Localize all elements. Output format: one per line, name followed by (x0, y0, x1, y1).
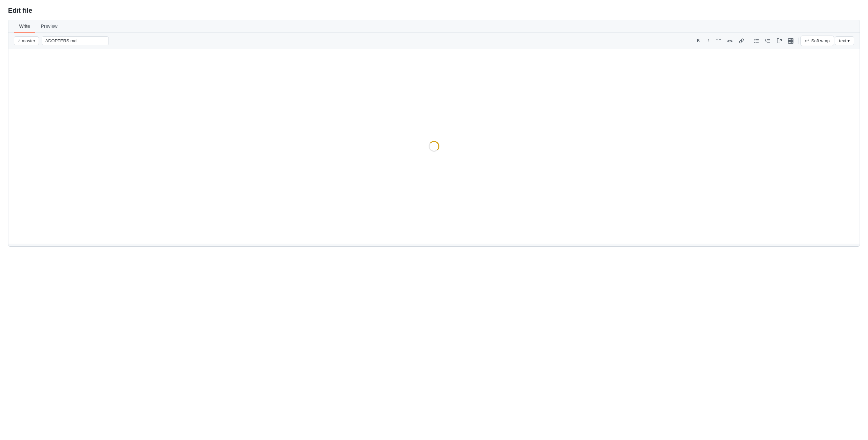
code-button[interactable]: <> (724, 36, 735, 46)
divider-2 (798, 38, 799, 44)
italic-button[interactable]: I (704, 36, 713, 46)
loading-spinner (429, 141, 439, 152)
soft-wrap-button[interactable]: ↩ Soft wrap (801, 36, 834, 46)
text-dropdown-label: text (839, 38, 846, 43)
tabs-bar: Write Preview (8, 20, 860, 33)
branch-name: master (22, 38, 35, 43)
divider-1 (749, 38, 749, 44)
editor-container: Write Preview ⑂ master B I “” <> (8, 20, 860, 247)
filename-input[interactable] (42, 36, 109, 45)
format-buttons: B I “” <> (693, 36, 854, 46)
page-title: Edit file (8, 7, 860, 14)
soft-wrap-label: Soft wrap (811, 38, 830, 43)
scrollbar-area (8, 244, 860, 246)
tab-preview[interactable]: Preview (35, 20, 63, 33)
tab-write[interactable]: Write (14, 20, 35, 33)
chevron-down-icon: ▾ (847, 38, 850, 43)
branch-icon: ⑂ (18, 39, 20, 43)
unordered-list-button[interactable] (751, 36, 762, 46)
ordered-list-button[interactable] (763, 36, 773, 46)
task-list-button[interactable] (774, 36, 785, 46)
text-dropdown[interactable]: text ▾ (835, 36, 854, 45)
editor-body[interactable] (8, 49, 860, 244)
toolbar: ⑂ master B I “” <> (8, 33, 860, 49)
quote-button[interactable]: “” (713, 36, 723, 46)
bold-button[interactable]: B (693, 36, 703, 46)
table-button[interactable] (785, 36, 796, 46)
soft-wrap-icon: ↩ (805, 38, 809, 44)
link-button[interactable] (736, 36, 747, 46)
branch-selector[interactable]: ⑂ master (14, 36, 39, 45)
